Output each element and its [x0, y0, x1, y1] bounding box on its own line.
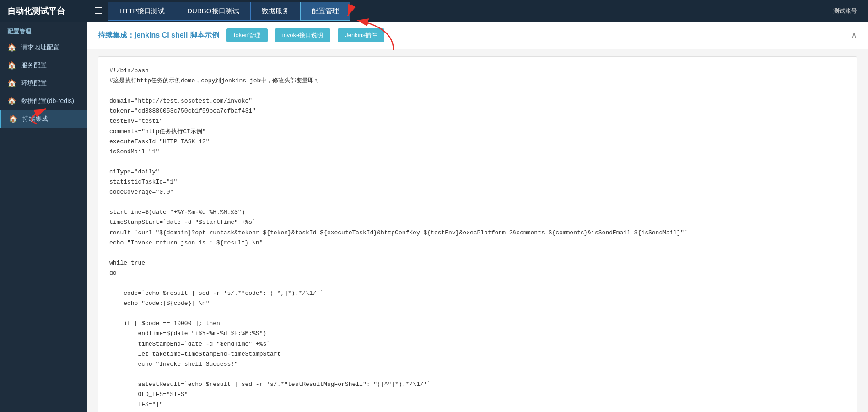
home-icon-4: 🏠	[7, 97, 16, 105]
sidebar-item-db-redis[interactable]: 🏠 数据配置(db-redis)	[0, 92, 87, 110]
token-mgmt-button[interactable]: token管理	[226, 28, 268, 42]
top-bar: 自动化测试平台 ☰ HTTP接口测试 DUBBO接口测试 数据服务 配置管理 测…	[0, 0, 868, 22]
sidebar-label-db-redis: 数据配置(db-redis)	[21, 97, 74, 105]
invoke-desc-button[interactable]: invoke接口说明	[275, 28, 331, 42]
home-icon-2: 🏠	[7, 61, 16, 70]
sidebar-item-ci[interactable]: 🏠 持续集成	[0, 110, 87, 128]
hamburger-button[interactable]: ☰	[94, 5, 102, 16]
sidebar-label-ci: 持续集成	[22, 115, 48, 123]
home-icon-5: 🏠	[9, 114, 18, 123]
top-nav: HTTP接口测试 DUBBO接口测试 数据服务 配置管理	[108, 2, 833, 21]
sidebar-label-service-config: 服务配置	[21, 61, 47, 70]
sidebar-label-request-addr: 请求地址配置	[21, 43, 59, 52]
sidebar-label-env-config: 环境配置	[21, 79, 47, 87]
sidebar-section-label: 配置管理	[0, 22, 87, 38]
main-layout: 配置管理 🏠 请求地址配置 🏠 服务配置 🏠 环境配置 🏠 数据配置(db-re…	[0, 22, 868, 412]
content-header-title: 持续集成：jenkins CI shell 脚本示例	[98, 31, 219, 40]
home-icon-1: 🏠	[7, 43, 16, 52]
nav-dubbo[interactable]: DUBBO接口测试	[176, 2, 250, 21]
nav-config[interactable]: 配置管理	[300, 2, 350, 21]
sidebar-item-service-config[interactable]: 🏠 服务配置	[0, 56, 87, 74]
nav-http[interactable]: HTTP接口测试	[108, 2, 176, 21]
nav-data[interactable]: 数据服务	[250, 2, 300, 21]
sidebar: 配置管理 🏠 请求地址配置 🏠 服务配置 🏠 环境配置 🏠 数据配置(db-re…	[0, 22, 87, 412]
collapse-button[interactable]: ∧	[851, 30, 857, 40]
content-header: 持续集成：jenkins CI shell 脚本示例 token管理 invok…	[87, 22, 868, 49]
home-icon-3: 🏠	[7, 79, 16, 87]
sidebar-item-env-config[interactable]: 🏠 环境配置	[0, 74, 87, 92]
user-label: 测试账号~	[833, 7, 861, 15]
jenkins-plugin-button[interactable]: Jenkins插件	[338, 28, 384, 42]
code-container[interactable]: #!/bin/bash #这是执行http任务的示例demo，copy到jenk…	[87, 49, 868, 412]
app-title: 自动化测试平台	[7, 5, 94, 16]
content-area: 持续集成：jenkins CI shell 脚本示例 token管理 invok…	[87, 22, 868, 412]
code-block: #!/bin/bash #这是执行http任务的示例demo，copy到jenk…	[98, 56, 857, 412]
sidebar-item-request-addr[interactable]: 🏠 请求地址配置	[0, 38, 87, 56]
